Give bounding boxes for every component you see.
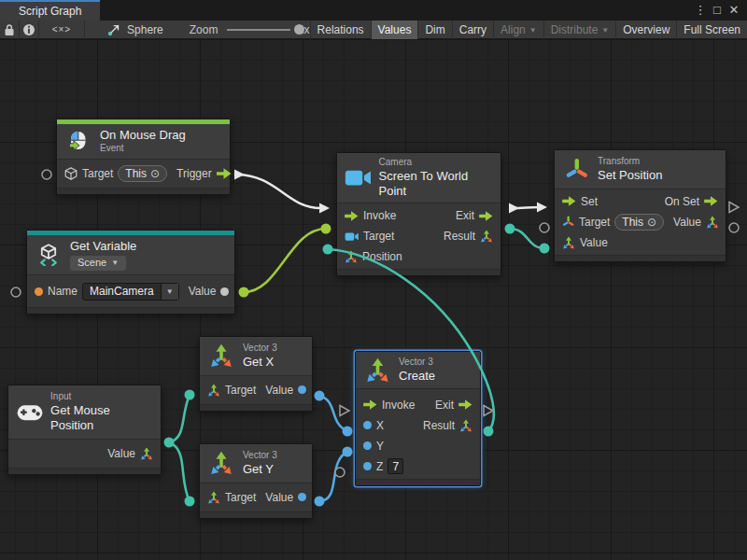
port-create-z-in[interactable]: [335, 468, 345, 477]
wire-trigger-to-invoke[interactable]: [235, 175, 321, 208]
port-camera-result-out[interactable]: [505, 224, 515, 234]
port-setposition-target-in[interactable]: [540, 223, 549, 232]
port-camera-position-in[interactable]: [323, 245, 333, 255]
tab-title: Script Graph: [19, 5, 81, 18]
graph-name-label: Sphere: [127, 23, 163, 36]
full-screen-button[interactable]: Full Screen: [676, 21, 747, 39]
lock-button[interactable]: [0, 21, 20, 39]
wire-mouse-to-getx[interactable]: [169, 395, 190, 442]
graph-breadcrumb: Sphere: [107, 23, 163, 36]
distribute-button[interactable]: Distribute ▼: [543, 21, 616, 39]
graph-icon: [107, 23, 120, 36]
tab-script-graph[interactable]: Script Graph: [0, 0, 100, 21]
port-mousedrag-target-in[interactable]: [42, 170, 51, 179]
script-graph-window: Script Graph ⋮ □ ✕ <×> Sphere Zoom 1x Re…: [0, 0, 747, 560]
flow-port-set-in[interactable]: [537, 203, 547, 213]
overview-button[interactable]: Overview: [615, 21, 676, 39]
code-preview-button[interactable]: <×>: [39, 21, 85, 39]
port-gety-value-out[interactable]: [315, 497, 325, 507]
values-button[interactable]: Values: [371, 21, 418, 39]
port-onset-out[interactable]: [729, 203, 739, 213]
flow-port-exit-out[interactable]: [509, 203, 519, 214]
port-create-exit-out[interactable]: [484, 406, 493, 416]
port-variable-value-out[interactable]: [239, 287, 249, 298]
close-icon[interactable]: ✕: [726, 0, 741, 21]
port-create-x-in[interactable]: [343, 427, 353, 437]
chevron-down-icon: ▼: [529, 26, 537, 35]
carry-button[interactable]: Carry: [452, 21, 493, 39]
menu-icon[interactable]: ⋮: [693, 0, 708, 21]
toolbar-buttons: Relations Values Dim Carry Align ▼ Distr…: [310, 21, 747, 39]
align-button[interactable]: Align ▼: [493, 21, 543, 39]
graph-toolbar: <×> Sphere Zoom 1x Relations Values Dim …: [0, 21, 747, 39]
port-create-invoke-in[interactable]: [340, 406, 349, 416]
wire-mouse-to-gety[interactable]: [169, 442, 190, 501]
wire-variable-to-camera-target[interactable]: [244, 229, 326, 292]
code-icon: <×>: [52, 24, 72, 35]
maximize-icon[interactable]: □: [710, 0, 725, 21]
tab-bar: Script Graph ⋮ □ ✕: [0, 0, 747, 21]
port-setposition-value-out[interactable]: [729, 223, 739, 232]
chevron-down-icon: ▼: [601, 26, 609, 35]
lock-icon: [3, 23, 16, 36]
info-icon: [22, 23, 35, 36]
window-controls: ⋮ □ ✕: [693, 0, 747, 21]
port-mouse-value-out[interactable]: [164, 438, 175, 448]
dim-button[interactable]: Dim: [417, 21, 451, 39]
flow-port-trigger-out[interactable]: [234, 170, 245, 180]
zoom-label: Zoom: [190, 23, 218, 36]
port-create-result-out[interactable]: [484, 427, 494, 437]
port-setposition-value-in[interactable]: [540, 244, 550, 254]
port-getx-target-in[interactable]: [185, 390, 195, 400]
zoom-slider-track: [227, 29, 289, 31]
port-gety-target-in[interactable]: [185, 497, 195, 507]
wire-result-to-value[interactable]: [510, 229, 544, 248]
port-camera-target-in[interactable]: [321, 224, 331, 234]
info-button[interactable]: [20, 21, 39, 39]
zoom-slider[interactable]: [227, 21, 289, 39]
relations-button[interactable]: Relations: [310, 21, 371, 39]
port-variable-name-in[interactable]: [11, 287, 21, 297]
flow-port-invoke-in[interactable]: [319, 203, 330, 214]
wire-create-result-to-position[interactable]: [328, 249, 494, 431]
port-getx-value-out[interactable]: [315, 391, 325, 401]
port-create-y-in[interactable]: [343, 447, 353, 457]
